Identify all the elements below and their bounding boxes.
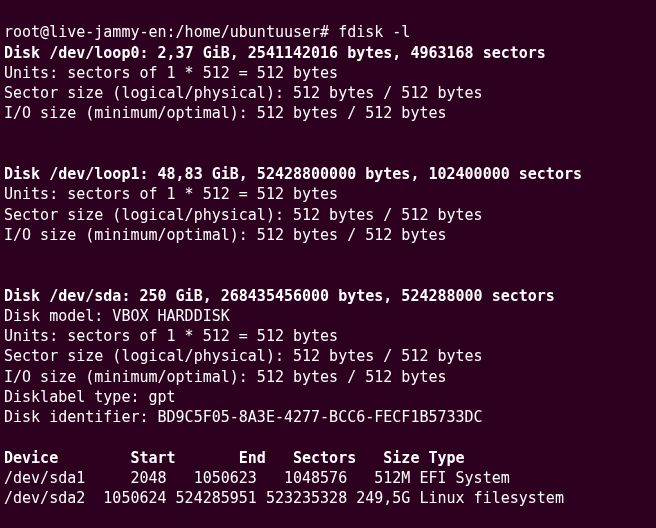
disk-loop0-sector: Sector size (logical/physical): 512 byte… <box>4 84 483 102</box>
prompt-cwd: /home/ubuntuuser <box>176 23 321 41</box>
disk-sda-identifier: Disk identifier: BD9C5F05-8A3E-4277-BCC6… <box>4 408 483 426</box>
disk-loop1-io: I/O size (minimum/optimal): 512 bytes / … <box>4 226 447 244</box>
command-text: fdisk -l <box>338 23 410 41</box>
disk-loop0-units: Units: sectors of 1 * 512 = 512 bytes <box>4 64 338 82</box>
partition-table-header: Device Start End Sectors Size Type <box>4 449 465 467</box>
disk-header-sda: Disk /dev/sda: 250 GiB, 268435456000 byt… <box>4 287 555 305</box>
disk-sda-label: Disklabel type: gpt <box>4 388 176 406</box>
partition-row: /dev/sda1 2048 1050623 1048576 512M EFI … <box>4 469 510 487</box>
disk-header-loop0: Disk /dev/loop0: 2,37 GiB, 2541142016 by… <box>4 44 546 62</box>
disk-sda-io: I/O size (minimum/optimal): 512 bytes / … <box>4 368 447 386</box>
disk-loop1-units: Units: sectors of 1 * 512 = 512 bytes <box>4 185 338 203</box>
shell-prompt: root@live-jammy-en:/home/ubuntuuser# <box>4 23 338 41</box>
disk-sda-model: Disk model: VBOX HARDDISK <box>4 307 230 325</box>
terminal-output: root@live-jammy-en:/home/ubuntuuser# fdi… <box>0 0 656 510</box>
partition-row: /dev/sda2 1050624 524285951 523235328 24… <box>4 489 564 507</box>
disk-loop0-io: I/O size (minimum/optimal): 512 bytes / … <box>4 104 447 122</box>
disk-loop1-sector: Sector size (logical/physical): 512 byte… <box>4 206 483 224</box>
disk-sda-sector: Sector size (logical/physical): 512 byte… <box>4 347 483 365</box>
prompt-user-host: root@live-jammy-en <box>4 23 167 41</box>
disk-header-loop1: Disk /dev/loop1: 48,83 GiB, 52428800000 … <box>4 165 582 183</box>
disk-sda-units: Units: sectors of 1 * 512 = 512 bytes <box>4 327 338 345</box>
